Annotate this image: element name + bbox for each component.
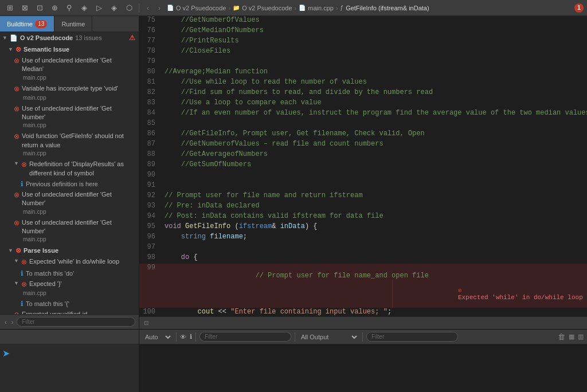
table-row: 90 — [139, 171, 587, 181]
issues-filter-input[interactable] — [17, 317, 135, 327]
nav-back-btn[interactable]: ‹ — [143, 3, 153, 13]
sub-issue-text: To match this 'do' — [26, 270, 74, 277]
issue-get-number-3[interactable]: ⊗ Use of undeclared identifier 'Get Numb… — [0, 217, 139, 245]
sub-issue-prev-def[interactable]: ℹ Previous definition is here — [0, 179, 139, 189]
table-row: 80 //Average;Median function — [139, 68, 587, 78]
issue-filename: main.cpp — [14, 208, 134, 216]
breadcrumb-sep-3: › — [336, 5, 338, 11]
issue-filename: main.cpp — [14, 289, 134, 297]
issue-get-median[interactable]: ⊗ Use of undeclared identifier 'Get Medi… — [0, 55, 139, 83]
issue-get-number-1[interactable]: ⊗ Use of undeclared identifier 'Get Numb… — [0, 103, 139, 131]
trash-icon[interactable]: 🗑 — [558, 332, 565, 341]
table-row: 97 — [139, 243, 587, 253]
issue-expected-while-1[interactable]: ▼ ⊗ Expected 'while' in do/while loop — [0, 256, 139, 268]
table-row: 93 // Pre: inData declared — [139, 202, 587, 212]
semantic-chevron: ▼ — [8, 46, 13, 52]
folder-icon-1: 📄 — [167, 5, 174, 11]
auto-select[interactable]: Auto UTF-8 — [143, 333, 173, 341]
sub-issue-match-brace[interactable]: ℹ To match this '{' — [0, 299, 139, 309]
toolbar-icon-2[interactable]: ⊠ — [18, 2, 31, 14]
issues-list[interactable]: ▼ 📄 O v2 Psuedocode 13 issues ⚠ ▼ ⊗ Sema… — [0, 32, 139, 314]
sep2 — [195, 332, 196, 342]
bottom-filter-left[interactable] — [199, 332, 291, 342]
error-icon: ⊗ — [21, 280, 27, 289]
issue-text: Redefinition of 'DisplayResults' as diff… — [29, 160, 134, 178]
breadcrumb-item-4[interactable]: GetFileInfo (ifstream& inData) — [346, 5, 429, 11]
issue-get-number-2[interactable]: ⊗ Use of undeclared identifier 'Get Numb… — [0, 189, 139, 217]
issue-expected-brace[interactable]: ▼ ⊗ Expected '}' main.cpp — [0, 279, 139, 299]
info-icon[interactable]: ℹ — [190, 333, 192, 340]
right-panel: 75 //GetNumberOfValues 76 //GetMedianOfN… — [139, 16, 587, 329]
toolbar-icon-6[interactable]: ◈ — [78, 2, 91, 14]
table-row: 100 cout << "Enter file containing input… — [139, 308, 587, 316]
tabs-row: Buildtime 13 Runtime — [0, 16, 139, 32]
error-icon: ⊗ — [21, 257, 27, 267]
nav-prev-icon[interactable]: ‹ — [3, 317, 8, 327]
issue-text: Variable has incomplete type 'void' — [22, 84, 134, 93]
table-row: 98 do { — [139, 253, 587, 264]
error-icon: ⊗ — [14, 218, 19, 228]
issue-void-return[interactable]: ⊗ Void function 'GetFileInfo' should not… — [0, 131, 139, 159]
toolbar-icon-4[interactable]: ⊕ — [48, 2, 61, 14]
error-icon: ⊗ — [21, 160, 27, 170]
toolbar-icon-7[interactable]: ▷ — [93, 2, 105, 14]
nav-forward-btn[interactable]: › — [154, 3, 165, 13]
issue-text: Void function 'GetFileInfo' should not r… — [22, 132, 134, 150]
toolbar-icon-1[interactable]: ⊞ — [3, 2, 16, 14]
issue-filename: main.cpp — [14, 150, 134, 158]
error-dot: ⊗ — [458, 287, 462, 294]
grid-icon-1[interactable]: ▦ — [569, 333, 574, 340]
issue-redefinition[interactable]: ▼ ⊗ Redefinition of 'DisplayResults' as … — [0, 159, 139, 179]
semantic-issue-group[interactable]: ▼ ⊗ Semantic Issue — [0, 44, 139, 55]
project-icon: 📄 — [10, 34, 18, 42]
left-panel: Buildtime 13 Runtime ▼ 📄 O v2 Psuedocode… — [0, 16, 139, 329]
table-row-error: 99 // Prompt user for file name_and open… — [139, 264, 587, 308]
tab-buildtime[interactable]: Buildtime 13 — [0, 16, 54, 32]
table-row: 89 //GetSumOfNumbers — [139, 160, 587, 171]
sub-issue-text: To match this '{' — [26, 300, 69, 307]
inline-error: ⊗ Expected 'while' in do/while loop — [392, 280, 587, 308]
toolbar-icon-3[interactable]: ⊡ — [33, 2, 46, 14]
tab-runtime[interactable]: Runtime — [54, 16, 92, 32]
output-select[interactable]: All Output Build Output Debugger Output — [299, 333, 359, 341]
cursor-icon: ⊡ — [144, 320, 148, 326]
parse-label: Parse Issue — [24, 247, 58, 254]
top-toolbar: ⊞ ⊠ ⊡ ⊕ ⚲ ◈ ▷ ◈ ⬡ ‹ › 📄 O v2 Psuedocode … — [0, 0, 587, 16]
toolbar-icon-9[interactable]: ⬡ — [123, 2, 135, 14]
bottom-area: ➤ Auto UTF-8 👁 ℹ All Output Build Output… — [0, 329, 587, 392]
toolbar-icon-8[interactable]: ◈ — [108, 2, 120, 14]
error-icon: ⊗ — [14, 84, 19, 94]
breadcrumb-sep-2: › — [295, 5, 297, 11]
code-area[interactable]: 75 //GetNumberOfValues 76 //GetMedianOfN… — [139, 16, 587, 316]
project-issues-count: 13 issues — [75, 34, 101, 41]
grid-icon-2[interactable]: ▥ — [578, 333, 584, 340]
project-name: O v2 Psuedocode — [20, 34, 73, 41]
issue-unqualified-id[interactable]: ⊗ Expected unqualified-id main.cpp — [0, 309, 139, 314]
main-area: Buildtime 13 Runtime ▼ 📄 O v2 Psuedocode… — [0, 16, 587, 329]
cpp-file-icon: 📄 — [299, 5, 306, 11]
sub-issue-match-do-1[interactable]: ℹ To match this 'do' — [0, 268, 139, 279]
breadcrumb-item-3[interactable]: main.cpp — [308, 5, 334, 11]
table-row: 82 //Find sum of numbers to read, and di… — [139, 88, 587, 99]
issue-incomplete-type[interactable]: ⊗ Variable has incomplete type 'void' ma… — [0, 83, 139, 103]
breadcrumb-item-1[interactable]: O v2 Psuedocode — [176, 5, 226, 11]
bottom-content — [139, 344, 587, 392]
separator-1 — [139, 3, 139, 13]
issue-text: Use of undeclared identifier 'Get Number… — [22, 190, 134, 208]
code-table: 75 //GetNumberOfValues 76 //GetMedianOfN… — [139, 16, 587, 316]
bottom-filter-right[interactable] — [366, 332, 458, 342]
semantic-label: Semantic Issue — [24, 46, 69, 53]
sep — [176, 332, 177, 342]
parse-issue-group[interactable]: ▼ ⊗ Parse Issue — [0, 245, 139, 256]
folder-icon-2: 📁 — [233, 5, 240, 11]
toolbar-icon-5[interactable]: ⚲ — [63, 2, 76, 14]
breadcrumb: 📄 O v2 Psuedocode › 📁 O v2 Psuedocode › … — [167, 5, 572, 11]
issue-text: Expected 'while' in do/while loop — [29, 257, 134, 266]
redef-chevron: ▼ — [14, 160, 19, 167]
nav-next-icon[interactable]: › — [10, 317, 15, 327]
breadcrumb-item-2[interactable]: O v2 Psuedocode — [242, 5, 292, 11]
project-header[interactable]: ▼ 📄 O v2 Psuedocode 13 issues ⚠ — [0, 32, 139, 44]
issue-text: Expected unqualified-id — [22, 310, 134, 314]
eye-icon[interactable]: 👁 — [180, 334, 186, 340]
left-panel-bottom: ‹ › — [0, 314, 139, 329]
